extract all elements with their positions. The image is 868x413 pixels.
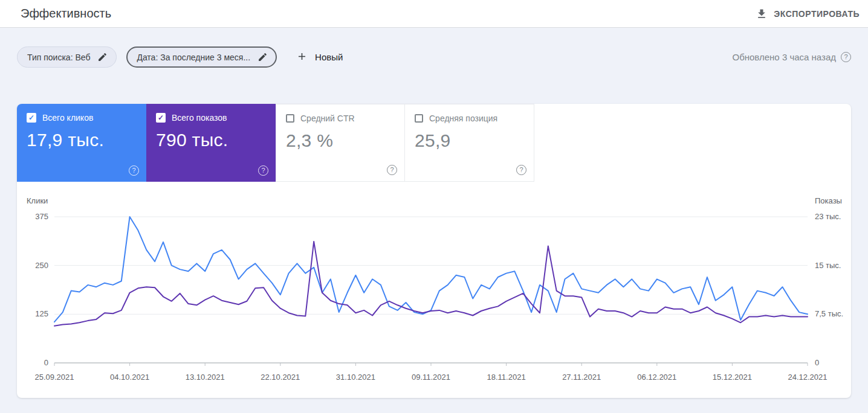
metric-tile-header: ✓ Всего кликов xyxy=(27,113,137,123)
metric-tile-average-ctr[interactable]: Средний CTR 2,3 % ? xyxy=(276,104,405,182)
export-label: ЭКСПОРТИРОВАТЬ xyxy=(774,9,860,19)
metric-value: 25,9 xyxy=(415,130,524,151)
metric-label: Средний CTR xyxy=(300,114,355,123)
checkbox-unchecked-icon[interactable] xyxy=(286,114,294,123)
svg-text:7,5 тыс.: 7,5 тыс. xyxy=(815,309,843,318)
metric-value: 790 тыс. xyxy=(156,130,266,150)
svg-text:24.12.2021: 24.12.2021 xyxy=(788,373,827,382)
svg-text:31.10.2021: 31.10.2021 xyxy=(336,373,375,382)
svg-text:15.12.2021: 15.12.2021 xyxy=(713,373,752,382)
edit-icon[interactable] xyxy=(97,52,108,62)
svg-text:06.12.2021: 06.12.2021 xyxy=(637,373,676,382)
svg-text:25.09.2021: 25.09.2021 xyxy=(34,373,74,382)
svg-text:Показы: Показы xyxy=(815,196,842,205)
updated-status: Обновлено 3 часа назад ? xyxy=(732,52,851,62)
svg-text:13.10.2021: 13.10.2021 xyxy=(186,373,225,382)
filter-chip-search-type-label: Тип поиска: Веб xyxy=(27,53,90,62)
new-filter-button[interactable]: Новый xyxy=(291,47,348,68)
export-button[interactable]: ЭКСПОРТИРОВАТЬ xyxy=(753,4,862,24)
svg-text:04.10.2021: 04.10.2021 xyxy=(110,373,149,382)
filter-chip-date-label: Дата: За последние 3 меся... xyxy=(137,53,250,62)
filter-chip-date[interactable]: Дата: За последние 3 меся... xyxy=(126,46,277,68)
checkbox-checked-icon[interactable]: ✓ xyxy=(27,113,36,123)
checkbox-unchecked-icon[interactable] xyxy=(415,114,423,123)
performance-card: ✓ Всего кликов 17,9 тыс. ? ✓ Всего показ… xyxy=(17,104,851,398)
help-icon[interactable]: ? xyxy=(387,165,397,175)
svg-text:23 тыс.: 23 тыс. xyxy=(815,212,841,221)
svg-text:15 тыс.: 15 тыс. xyxy=(815,261,841,270)
metric-tiles: ✓ Всего кликов 17,9 тыс. ? ✓ Всего показ… xyxy=(17,104,851,182)
help-icon[interactable]: ? xyxy=(841,52,851,62)
page-title: Эффективность xyxy=(21,7,111,21)
metric-tile-total-clicks[interactable]: ✓ Всего кликов 17,9 тыс. ? xyxy=(17,104,146,182)
svg-text:125: 125 xyxy=(35,309,48,318)
download-icon xyxy=(756,8,768,20)
svg-text:18.11.2021: 18.11.2021 xyxy=(487,373,526,382)
performance-line-chart[interactable]: 001257,5 тыс.25015 тыс.37523 тыс.КликиПо… xyxy=(17,194,851,393)
edit-icon[interactable] xyxy=(257,52,268,62)
svg-text:0: 0 xyxy=(44,358,48,367)
chart-area: 001257,5 тыс.25015 тыс.37523 тыс.КликиПо… xyxy=(17,182,851,398)
page-header: Эффективность ЭКСПОРТИРОВАТЬ xyxy=(0,0,868,28)
metric-value: 2,3 % xyxy=(286,130,395,151)
svg-text:Клики: Клики xyxy=(27,196,48,205)
metric-value: 17,9 тыс. xyxy=(27,130,137,150)
metric-tile-header: ✓ Всего показов xyxy=(156,113,266,123)
metric-tile-header: Средняя позиция xyxy=(415,114,524,123)
plus-icon xyxy=(296,51,308,64)
svg-text:375: 375 xyxy=(35,212,48,221)
filter-bar: Тип поиска: Веб Дата: За последние 3 мес… xyxy=(17,46,851,68)
updated-text: Обновлено 3 часа назад xyxy=(732,52,836,62)
help-icon[interactable]: ? xyxy=(129,165,139,176)
svg-text:0: 0 xyxy=(815,358,819,367)
metric-label: Всего показов xyxy=(172,113,227,123)
checkbox-checked-icon[interactable]: ✓ xyxy=(156,113,166,123)
metric-tile-header: Средний CTR xyxy=(286,114,395,123)
filter-chip-search-type[interactable]: Тип поиска: Веб xyxy=(17,46,117,68)
svg-text:250: 250 xyxy=(35,261,48,270)
svg-text:22.10.2021: 22.10.2021 xyxy=(261,373,300,382)
metric-tile-average-position[interactable]: Средняя позиция 25,9 ? xyxy=(405,104,534,182)
help-icon[interactable]: ? xyxy=(516,165,526,175)
metric-label: Средняя позиция xyxy=(429,114,497,123)
metric-tile-total-impressions[interactable]: ✓ Всего показов 790 тыс. ? xyxy=(146,104,276,182)
svg-text:27.11.2021: 27.11.2021 xyxy=(562,373,601,382)
svg-text:09.11.2021: 09.11.2021 xyxy=(412,373,450,382)
new-filter-label: Новый xyxy=(315,52,343,62)
metric-label: Всего кликов xyxy=(42,113,93,123)
help-icon[interactable]: ? xyxy=(258,165,268,176)
